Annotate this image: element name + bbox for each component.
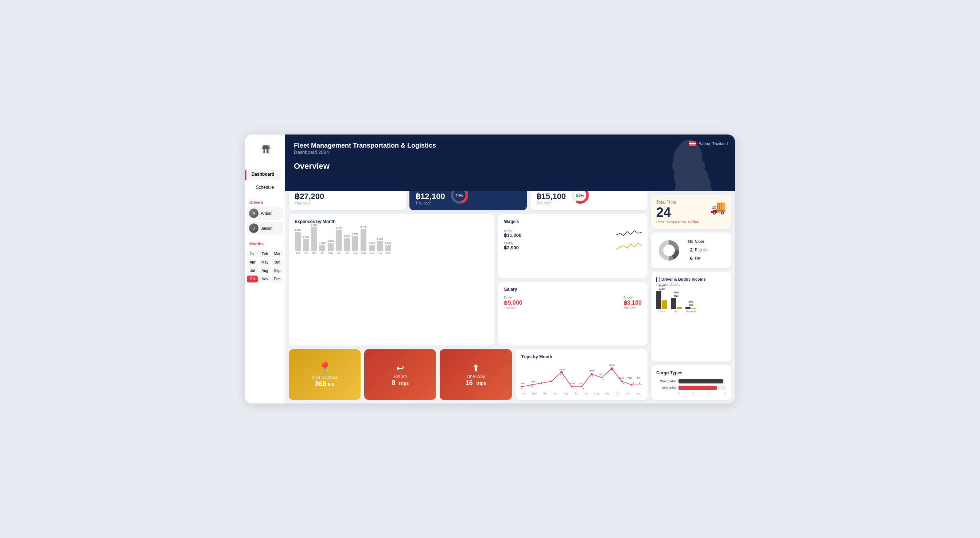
driver-avatar-1: A (249, 209, 258, 218)
legend-regular: 2 Regular (686, 247, 708, 253)
bar-oct: 1,000 Oct (369, 242, 375, 254)
income-bar-chart: 6400 3100 Close 4000 600 (656, 290, 726, 313)
stat-salaries: Total Salaries ฿12,100 Thai baht 44% (409, 191, 527, 210)
months-section-title: Months (245, 242, 264, 246)
bar-mar: 4,000 Mar (311, 224, 318, 254)
svg-point-7 (540, 382, 542, 384)
col-right: Total Trips 24 Hired Transportation 5 Tr… (651, 195, 731, 400)
svg-text:4: 4 (560, 373, 562, 376)
trip-return-card: ↩ Return 8 Trips (364, 349, 436, 400)
svg-text:100%: 100% (589, 369, 595, 372)
svg-text:1: 1 (573, 387, 574, 390)
month-jun[interactable]: Jun (272, 259, 283, 266)
month-sep[interactable]: Sep (272, 267, 283, 274)
svg-text:0%: 0% (531, 380, 535, 383)
driver-avatar-2: J (249, 223, 258, 233)
app-logo (258, 142, 272, 158)
sidebar-item-dashboard[interactable]: Dashboard (245, 169, 281, 180)
svg-point-11 (581, 386, 582, 387)
svg-text:100%: 100% (559, 368, 565, 371)
header: Fleet Management Transportation & Logist… (285, 135, 735, 191)
month-may[interactable]: May (259, 259, 270, 266)
salaries-donut: 44% (450, 191, 469, 205)
truck-icon: 🚚 (710, 200, 726, 215)
buddy-sparkline (616, 240, 642, 251)
bar-aug: 2,500 Aug (352, 233, 359, 254)
svg-text:4: 4 (611, 369, 612, 371)
dashboard-body: Total Expenses ฿27,200 Thai baht Total S… (285, 191, 735, 403)
svg-text:1: 1 (622, 382, 624, 384)
trip-distance-card: 📍 Total Distance 868 km (289, 349, 361, 400)
svg-text:-67%: -67% (618, 377, 624, 379)
middle-row: Expenses by Month 3,200 Jan 2,000 (289, 214, 648, 345)
cargo-woodpellet: Woodpellet (656, 379, 726, 384)
bar-may: 1,400 May (328, 239, 334, 254)
svg-text:2: 2 (521, 387, 523, 390)
svg-text:2: 2 (531, 385, 533, 388)
svg-point-16 (631, 384, 632, 386)
month-jul[interactable]: Jul (247, 267, 258, 274)
driver-sparkline (616, 228, 642, 239)
bottom-row: 📍 Total Distance 868 km ↩ Return 8 (289, 349, 648, 400)
wages-card: Wage's Driver ฿11,200 (498, 214, 648, 278)
month-mar[interactable]: Mar (272, 250, 283, 257)
stat-wages: Total Wage's ฿15,100 Thai baht 56% (530, 191, 648, 210)
svg-text:1: 1 (638, 382, 640, 384)
pie-legend-card: 16 Close 2 Regular 6 Far (651, 232, 731, 268)
month-aug[interactable]: Aug (259, 267, 270, 274)
salary-card: Salary Driver ฿9,000 Thai baht Buddy ฿3,… (498, 282, 648, 346)
month-feb[interactable]: Feb (259, 250, 270, 257)
trips-month-card: Trips by Month (515, 349, 648, 400)
bar-sep: 3,700 Sep (360, 226, 367, 254)
map-decoration (662, 135, 721, 191)
return-icon: ↩ (396, 363, 404, 374)
total-trips-card: Total Trips 24 Hired Transportation 5 Tr… (651, 195, 731, 229)
svg-text:0%: 0% (579, 382, 582, 385)
sidebar: Dashboard Schedule Drivers A Antoni J Ja… (245, 135, 285, 403)
svg-text:2: 2 (603, 378, 604, 380)
month-jan[interactable]: Jan (247, 250, 258, 257)
legend-far: 6 Far (686, 256, 708, 261)
cargo-woodchip: Woodchip (656, 386, 726, 390)
expenses-bar-chart: 3,200 Jan 2,000 Feb 4,000 (294, 228, 488, 261)
driver-item-2[interactable]: J Jaison (247, 221, 283, 235)
pie-chart (656, 238, 682, 263)
cargo-types-card: Cargo Types Woodpellet Woodchip (651, 365, 731, 400)
cargo-axis: 0 5 10 15 (656, 392, 726, 395)
bar-apr: 1,000 Apr (320, 242, 326, 254)
svg-text:-75%: -75% (626, 377, 632, 379)
svg-text:1: 1 (582, 387, 584, 390)
main-content: Fleet Management Transportation & Logist… (285, 135, 735, 403)
header-overview: Overview (294, 161, 726, 171)
svg-point-8 (550, 380, 552, 382)
distance-icon: 📍 (318, 361, 332, 375)
bar-dec: 1,000 Dec (385, 242, 391, 254)
trip-oneway-card: ⬆ One-Way 16 Trips (440, 349, 512, 400)
svg-text:0%: 0% (521, 382, 525, 385)
svg-text:2: 2 (591, 374, 593, 377)
svg-text:1: 1 (633, 382, 634, 384)
months-grid: Jan Feb Mar Apr May Jun Jul Aug Sep Oct … (247, 250, 283, 282)
trips-month-labels: JanFebMarAprMayJunJulAugSepOctNovDec (521, 392, 642, 395)
month-apr[interactable]: Apr (247, 259, 258, 266)
month-dec[interactable]: Dec (272, 275, 283, 282)
wages-donut: 56% (570, 191, 590, 205)
expenses-chart-card: Expenses by Month 3,200 Jan 2,000 (289, 214, 495, 345)
bar-nov: 1,600 Nov (377, 238, 383, 254)
driver-item-1[interactable]: A Antoni (247, 207, 283, 220)
svg-point-40 (663, 245, 675, 256)
header-title: Fleet Management Transportation & Logist… (294, 142, 726, 150)
bar-feb: 2,000 Feb (303, 236, 310, 254)
stats-row: Total Expenses ฿27,200 Thai baht Total S… (289, 191, 648, 210)
legend-close: 16 Close (686, 239, 708, 244)
month-nov[interactable]: Nov (259, 275, 270, 282)
driver-income-card: Driver & Buddy Income Per Trip Classify … (651, 272, 731, 361)
svg-text:-75%: -75% (569, 382, 575, 385)
drivers-section-title: Drivers (245, 200, 263, 204)
cargo-bars: Woodpellet Woodchip (656, 379, 726, 390)
svg-point-10 (571, 386, 572, 387)
stat-expenses: Total Expenses ฿27,200 Thai baht (289, 191, 406, 210)
month-oct[interactable]: Oct (247, 275, 258, 282)
sidebar-item-schedule[interactable]: Schedule (247, 182, 283, 193)
oneway-icon: ⬆ (472, 363, 480, 374)
